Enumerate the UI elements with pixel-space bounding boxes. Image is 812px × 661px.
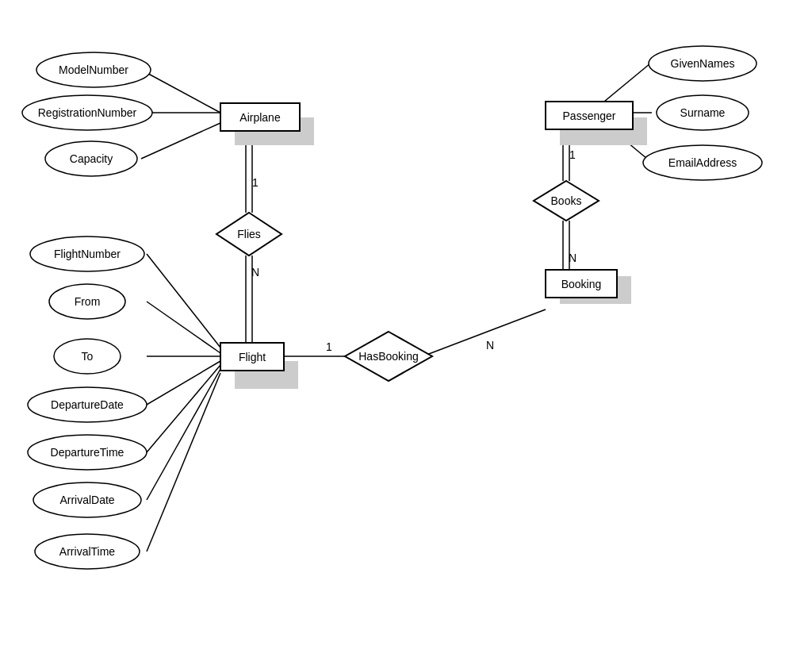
booking-label: Booking (561, 278, 602, 290)
label-arrivaldate: ArrivalDate (59, 494, 114, 506)
line-hasbooking-booking (423, 309, 546, 356)
card-1-flight-hasbooking: 1 (326, 340, 332, 353)
line-capacity-airplane (141, 123, 220, 159)
label-flightnumber: FlightNumber (54, 248, 121, 260)
label-to: To (82, 350, 94, 363)
line-departuretime-flight (147, 365, 220, 452)
label-surname: Surname (680, 106, 726, 119)
label-registrationnumber: RegistrationNumber (38, 106, 137, 119)
label-emailaddress: EmailAddress (668, 156, 737, 169)
hasbooking-label: HasBooking (358, 350, 419, 363)
label-departuredate: DepartureDate (51, 398, 124, 411)
label-arrivaltime: ArrivalTime (59, 545, 115, 558)
card-n-books-booking: N (569, 252, 576, 264)
card-1-airplane-flies: 1 (252, 176, 259, 189)
label-capacity: Capacity (70, 152, 113, 165)
line-modelnumber-airplane (141, 70, 220, 113)
line-arrivaldate-flight (147, 369, 220, 500)
er-diagram: Airplane Flight Passenger Booking Flies … (0, 0, 812, 661)
card-n-hasbooking-booking: N (486, 339, 494, 352)
flies-label: Flies (237, 228, 261, 240)
card-1-passenger-books: 1 (569, 148, 576, 161)
label-givennames: GivenNames (671, 57, 735, 70)
flight-label: Flight (239, 351, 266, 363)
label-from: From (75, 295, 101, 308)
line-departuredate-flight (147, 361, 220, 405)
airplane-label: Airplane (239, 111, 281, 124)
line-givennames-passenger (604, 63, 650, 102)
line-flightnumber-flight (147, 254, 220, 348)
line-from-flight (147, 302, 220, 353)
line-arrivaltime-flight (147, 373, 220, 551)
label-departuretime: DepartureTime (51, 446, 124, 459)
label-modelnumber: ModelNumber (59, 63, 128, 76)
books-label: Books (551, 194, 582, 207)
card-n-flies-flight: N (251, 266, 259, 279)
passenger-label: Passenger (563, 110, 616, 122)
